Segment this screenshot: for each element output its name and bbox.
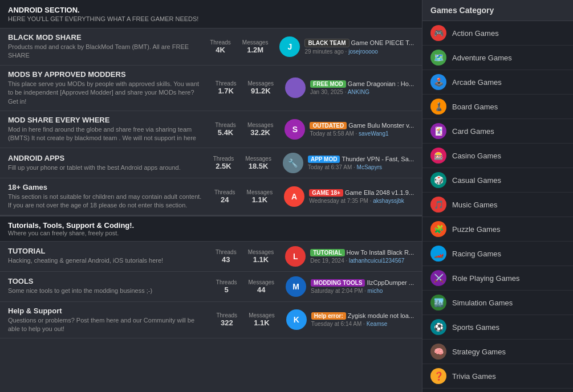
threads-label: Threads — [216, 312, 237, 318]
forum-row[interactable]: MODS BY APPROVED MODDERSThis place serve… — [0, 66, 422, 111]
stat-messages: Messages32.2K — [247, 122, 274, 137]
threads-val: 5.4K — [215, 128, 236, 137]
forum-name[interactable]: TUTORIAL — [8, 247, 45, 255]
messages-label: Messages — [249, 279, 275, 285]
forum-stats: Threads2.5KMessages18.5K — [213, 156, 271, 170]
forum-name[interactable]: MOD SHARE EVERY WHERE — [8, 116, 109, 124]
messages-val: 44 — [249, 285, 275, 294]
forum-info: ANDROID APPSFill up your phone or tablet… — [8, 154, 202, 172]
sidebar-item-arcade-games[interactable]: 🕹️Arcade Games — [422, 70, 573, 95]
forum-info: Help & SupportQuestions or problems? Pos… — [8, 307, 205, 334]
post-user: saveWang1 — [359, 130, 388, 137]
post-badge: Help error: — [311, 312, 346, 320]
sidebar-item-simulation-games[interactable]: 🏙️Simulation Games — [422, 291, 573, 315]
forum-info: MODS BY APPROVED MODDERSThis place serve… — [8, 70, 204, 106]
post-user: Keamse — [367, 321, 388, 327]
category-label: Puzzle Games — [452, 225, 501, 234]
forum-row[interactable]: TUTORIALHacking, cheating & general Andr… — [0, 242, 422, 272]
messages-val: 32.2K — [247, 128, 274, 137]
sidebar-item-racing-games[interactable]: 🏎️Racing Games — [422, 242, 573, 266]
sidebar-item-board-games[interactable]: ♟️Board Games — [422, 95, 573, 119]
forum-desc: Hacking, cheating & general Android, iOS… — [8, 256, 204, 265]
sidebar-item-adventure-games[interactable]: 🗺️Adventure Games — [422, 46, 573, 70]
threads-label: Threads — [213, 156, 234, 162]
forum-desc: Products mod and crack by BlackMod Team … — [8, 43, 198, 60]
forum-last-post: JBLACK TEAMGame ONE PIECE T...29 minutes… — [279, 36, 414, 57]
forum-name[interactable]: MODS BY APPROVED MODDERS — [8, 70, 126, 79]
post-time: Saturday at 2:04 PM — [311, 288, 363, 294]
stat-messages: Messages18.5K — [245, 156, 271, 170]
forum-row[interactable]: 18+ GamesThis section is not suitable fo… — [0, 178, 422, 215]
category-label: Simulation Games — [452, 299, 513, 307]
forum-stats: Threads5Messages44 — [216, 279, 274, 294]
sidebar-item-role-playing-games[interactable]: ⚔️Role Playing Games — [422, 266, 573, 291]
sidebar-item-puzzle-games[interactable]: 🧩Puzzle Games — [422, 217, 573, 242]
forum-row[interactable]: Help & SupportQuestions or problems? Pos… — [0, 302, 422, 339]
sidebar-item-strategy-games[interactable]: 🧠Strategy Games — [422, 340, 573, 364]
post-user: McSapyrs — [357, 164, 382, 170]
post-title: How To Install Black R... — [347, 249, 414, 256]
post-title: Game Dragonian : Ho... — [348, 80, 414, 87]
site-subtitle: HERE YOU'LL GET EVERYTHING WHAT A FREE G… — [8, 15, 414, 22]
last-post-details: Help error:Zygisk module not loa...Tuesd… — [311, 312, 414, 327]
category-label: Trivia Games — [452, 372, 496, 381]
forum-stats: Threads5.4KMessages32.2K — [215, 122, 273, 137]
sidebar-item-music-games[interactable]: 🎵Music Games — [422, 193, 573, 217]
forum-row[interactable]: TOOLSSome nice tools to get into the mod… — [0, 272, 422, 302]
sidebar-item-card-games[interactable]: 🃏Card Games — [422, 119, 573, 144]
messages-label: Messages — [242, 39, 269, 46]
post-user: lathanhcuicui1234567 — [349, 258, 404, 264]
forum-last-post: 🔧APP MODThunder VPN - Fast, Sa...Today a… — [283, 153, 414, 173]
last-post-details: TUTORIALHow To Install Black R...Dec 19,… — [310, 249, 414, 264]
category-label: Board Games — [452, 103, 498, 111]
forum-name[interactable]: ANDROID APPS — [8, 154, 64, 162]
post-badge: OUTDATED — [310, 122, 347, 129]
forum-name[interactable]: BLACK MOD SHARE — [8, 33, 82, 42]
sidebar-item-action-games[interactable]: 🎮Action Games — [422, 21, 573, 46]
post-badge: BLACK TEAM — [304, 39, 349, 47]
section2-divider: Tutorials, Tools, Support & Coding!. Whe… — [0, 215, 422, 242]
forum-row[interactable]: ANDROID APPSFill up your phone or tablet… — [0, 148, 422, 178]
forum-name[interactable]: 18+ Games — [8, 183, 47, 191]
messages-label: Messages — [247, 189, 273, 195]
sidebar-item-trivia-games[interactable]: ❓Trivia Games — [422, 364, 573, 389]
messages-val: 1.1K — [249, 318, 275, 327]
forum-stats: Threads322Messages1.1K — [216, 312, 274, 327]
category-icon: ❓ — [430, 368, 446, 384]
forum-last-post: SOUTDATEDGame Bulu Monster v...Today at … — [285, 119, 414, 140]
forum-desc: This place serve you MODs by people with… — [8, 80, 204, 106]
threads-label: Threads — [214, 189, 235, 195]
stat-threads: Threads24 — [214, 189, 235, 204]
post-meta: Tuesday at 6:14 AM · Keamse — [311, 321, 414, 327]
sidebar: Games Category 🎮Action Games🗺️Adventure … — [422, 0, 573, 392]
avatar: K — [286, 309, 307, 330]
messages-val: 91.2K — [247, 87, 274, 95]
category-label: Role Playing Games — [452, 274, 520, 283]
forum-row[interactable]: MOD SHARE EVERY WHEREMod in here find ar… — [0, 111, 422, 148]
sidebar-item-sports-games[interactable]: ⚽Sports Games — [422, 315, 573, 340]
post-title: Thunder VPN - Fast, Sa... — [342, 156, 414, 162]
section2-subtitle: Where you can freely share, freely post. — [8, 230, 414, 236]
threads-val: 24 — [214, 195, 235, 204]
category-icon: 🃏 — [430, 123, 446, 139]
messages-val: 1.1K — [248, 255, 274, 264]
category-icon: 🏎️ — [430, 246, 446, 262]
forum-row[interactable]: BLACK MOD SHAREProducts mod and crack by… — [0, 28, 422, 66]
sidebar-items-container: 🎮Action Games🗺️Adventure Games🕹️Arcade G… — [422, 21, 573, 392]
post-time: Jan 30, 2025 — [310, 89, 343, 95]
avatar: S — [285, 119, 305, 140]
messages-val: 18.5K — [245, 162, 271, 170]
sidebar-item-casino-games[interactable]: 🎰Casino Games — [422, 144, 573, 168]
sidebar-item-entertainment-games[interactable]: 🎭Entertainment Games — [422, 389, 573, 392]
forum-name[interactable]: TOOLS — [8, 277, 34, 285]
category-icon: 🗺️ — [430, 50, 446, 66]
messages-val: 1.2M — [242, 46, 269, 54]
stat-threads: Threads5 — [216, 279, 237, 294]
sidebar-item-casual-games[interactable]: 🎲Casual Games — [422, 168, 573, 193]
stat-threads: Threads4K — [210, 39, 231, 54]
forum-name[interactable]: Help & Support — [8, 307, 62, 315]
post-meta: Wednesday at 7:35 PM · akshayssjbk — [309, 198, 414, 204]
forum-desc: Fill up your phone or tablet with the be… — [8, 164, 202, 172]
messages-label: Messages — [248, 249, 274, 255]
forum-info: TOOLSSome nice tools to get into the mod… — [8, 277, 205, 295]
